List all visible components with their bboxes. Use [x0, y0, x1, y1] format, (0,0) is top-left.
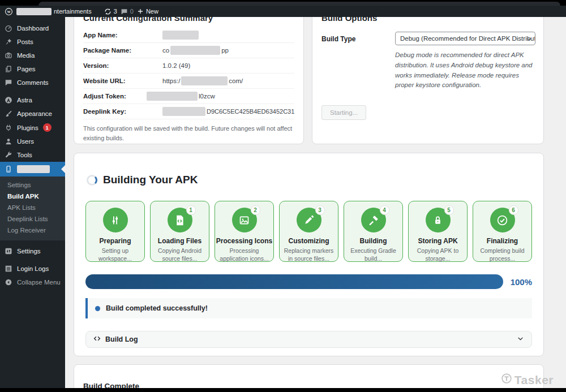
build-status-text: Build completed successfully!	[106, 304, 208, 312]
user-icon	[5, 137, 12, 145]
build-options-panel: Build Options Build Type Debug (Recommen…	[312, 3, 544, 144]
step-badge: 5	[444, 205, 454, 215]
chevron-down-icon	[517, 334, 524, 344]
step-badge: 2	[251, 205, 260, 215]
plugin-submenu: Settings Build APK APK Lists Deeplink Li…	[0, 176, 65, 240]
collapse-arrow-icon	[5, 278, 12, 286]
lock-icon: 5	[426, 208, 451, 232]
step-card-loading-files: 1 Loading Files Copying Android source f…	[150, 201, 209, 262]
config-row-adjust-token: Adjust Token: l0zcw	[83, 89, 294, 104]
pencil-icon: 3	[297, 208, 321, 232]
step-card-storing-apk: 5 Storing APK Copying APK to storage...	[408, 201, 468, 262]
sidebar-item-label: Settings	[17, 248, 41, 255]
svg-text:W: W	[7, 10, 11, 14]
submenu-item-apk-lists[interactable]: APK Lists	[0, 202, 65, 213]
paintbrush-icon	[5, 110, 12, 118]
step-card-preparing: Preparing Setting up workspace...	[85, 201, 145, 262]
sidebar-item-label: Pages	[17, 66, 36, 72]
sidebar-item-media[interactable]: Media	[0, 49, 65, 62]
sidebar-item-label: Appearance	[17, 110, 52, 117]
comments-count: 0	[130, 8, 134, 15]
sidebar-item-pages[interactable]: Pages	[0, 62, 65, 76]
app-name-redaction	[162, 31, 199, 40]
sidebar-item-label: Collapse Menu	[17, 279, 61, 286]
sidebar-item-plugins[interactable]: Plugins 1	[0, 120, 65, 135]
admin-sidebar: Dashboard Posts Media Pages Comments Ast…	[0, 17, 65, 388]
admin-bar: W ntertainments 3 0 New	[0, 6, 566, 17]
build-steps: Preparing Setting up workspace... 1 Load…	[85, 201, 532, 262]
code-brackets-icon	[93, 334, 101, 344]
submenu-item-deeplink-lists[interactable]: Deeplink Lists	[0, 213, 65, 225]
comments-indicator[interactable]: 0	[121, 8, 134, 15]
new-menu[interactable]: New	[137, 8, 158, 15]
wrench-icon	[5, 151, 12, 159]
settings-sliders-icon	[5, 247, 12, 255]
step-card-customizing: 3 Customizing Replacing markers in sourc…	[279, 201, 338, 262]
new-label: New	[146, 8, 158, 15]
submenu-item-log-receiver[interactable]: Log Receiver	[0, 225, 65, 236]
astra-logo-icon	[5, 96, 12, 104]
build-log-label: Build Log	[105, 335, 512, 343]
sidebar-item-astra[interactable]: Astra	[0, 93, 65, 107]
sidebar-item-label: Astra	[17, 97, 32, 104]
sidebar-item-posts[interactable]: Posts	[0, 35, 65, 49]
website-url-redaction	[181, 76, 228, 85]
step-card-building: 4 Building Executing Gradle build...	[344, 201, 403, 262]
camera-icon	[5, 51, 12, 59]
sidebar-item-label: Users	[17, 138, 34, 145]
build-type-description: Debug mode is recommended for direct APK…	[395, 50, 537, 91]
tasker-brand-text: Tasker	[514, 373, 554, 387]
check-circle-icon: 6	[490, 208, 515, 232]
build-progress-title: Building Your APK	[103, 174, 198, 186]
status-dot-icon	[95, 306, 100, 311]
sidebar-item-label: Media	[17, 52, 35, 59]
wordpress-admin-screen: W ntertainments 3 0 New	[0, 0, 566, 392]
step-card-processing-icons: 2 Processing Icons Processing applicatio…	[215, 201, 274, 262]
loading-spinner-icon	[87, 175, 97, 186]
comment-bubble-icon	[121, 8, 128, 15]
comments-icon	[5, 79, 12, 87]
sidebar-item-login-logs[interactable]: Login Logs	[0, 262, 65, 275]
list-log-icon	[5, 265, 12, 273]
file-code-icon: 1	[168, 208, 192, 232]
browser-bottom-edge	[0, 388, 566, 392]
sidebar-item-current-plugin[interactable]	[0, 162, 65, 176]
config-row-deeplink-key: Deeplink Key: D9C6C5EC425B4ED63452C31	[83, 104, 294, 119]
sidebar-item-tools[interactable]: Tools	[0, 148, 65, 162]
sidebar-item-label: Login Logs	[17, 265, 49, 272]
tasker-watermark: Tasker	[500, 372, 554, 387]
browser-tab-edge	[38, 2, 560, 6]
mobile-phone-icon	[5, 165, 12, 173]
updates-icon	[104, 8, 112, 15]
config-note: This configuration will be saved with th…	[83, 124, 294, 143]
submenu-item-build-apk[interactable]: Build APK	[0, 191, 65, 202]
build-type-select[interactable]: Debug (Recommended for Direct APK Distri…	[395, 32, 535, 45]
hammer-icon: 4	[361, 208, 386, 232]
build-status-box: Build completed successfully!	[85, 298, 532, 318]
plugin-name-redaction	[17, 165, 50, 173]
step-badge: 3	[315, 205, 325, 215]
build-log-toggle[interactable]: Build Log	[85, 331, 532, 348]
wordpress-logo-icon[interactable]: W	[5, 7, 13, 16]
sidebar-item-dashboard[interactable]: Dashboard	[0, 21, 65, 35]
pages-icon	[5, 65, 12, 73]
site-name-text: ntertainments	[54, 8, 92, 15]
site-name[interactable]: ntertainments	[16, 8, 92, 15]
submenu-item-settings[interactable]: Settings	[0, 179, 65, 191]
sidebar-item-users[interactable]: Users	[0, 135, 65, 148]
sidebar-item-appearance[interactable]: Appearance	[0, 107, 65, 120]
build-progress-panel: Building Your APK Preparing Setting up w…	[74, 153, 544, 356]
chevron-down-icon	[526, 36, 532, 43]
sidebar-item-settings[interactable]: Settings	[0, 244, 65, 258]
config-row-website-url: Website URL: https:/com/	[83, 74, 294, 89]
updates-indicator[interactable]: 3	[104, 8, 117, 15]
sidebar-item-label: Plugins	[17, 124, 38, 131]
build-type-label: Build Type	[321, 32, 395, 91]
sidebar-item-comments[interactable]: Comments	[0, 76, 65, 89]
sidebar-item-label: Posts	[17, 38, 33, 45]
adjust-token-redaction	[147, 92, 198, 101]
tasker-logo-icon	[500, 372, 513, 387]
collapse-menu-button[interactable]: Collapse Menu	[0, 275, 65, 289]
start-build-button[interactable]: Starting...	[321, 105, 366, 120]
build-progress-bar	[85, 274, 503, 289]
